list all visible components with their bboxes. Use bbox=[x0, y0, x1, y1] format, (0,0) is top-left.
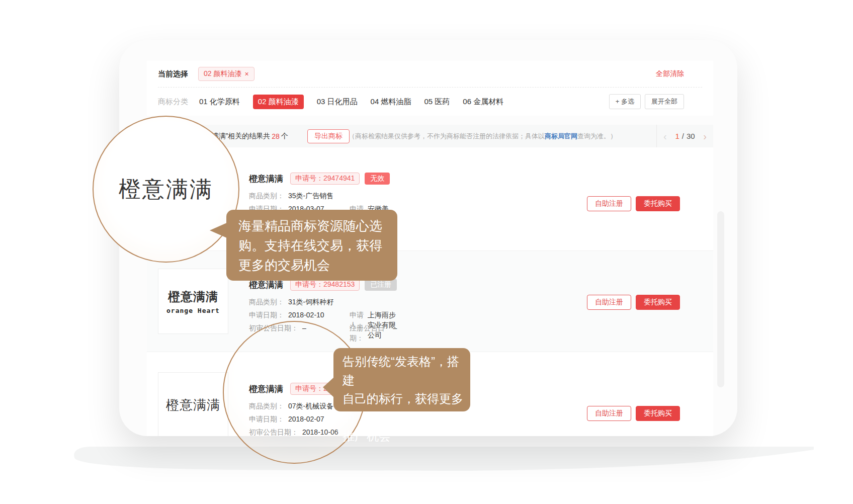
first-publication-value: 2018-10-06 bbox=[302, 427, 338, 436]
disclaimer-prefix: （商标检索结果仅供参考，不作为商标能否注册的法律依据；具体以 bbox=[349, 132, 545, 141]
category-item-02-selected[interactable]: 02 颜料油漆 bbox=[253, 95, 304, 109]
first-publication-label: 初审公告日期： bbox=[249, 323, 298, 333]
page: 当前选择 02 颜料油漆 × 全部清除 商标分类 01 化学原料 02 颜料油漆… bbox=[0, 0, 853, 504]
category-item-03[interactable]: 03 日化用品 bbox=[317, 97, 358, 107]
category-label: 商品类别： bbox=[249, 297, 284, 307]
category-row: 商标分类 01 化学原料 02 颜料油漆 03 日化用品 04 燃料油脂 05 … bbox=[147, 88, 713, 116]
scrollbar[interactable] bbox=[717, 211, 724, 387]
trademark-office-link[interactable]: 商标局官网 bbox=[545, 132, 577, 141]
export-trademarks-button[interactable]: 导出商标 bbox=[307, 129, 350, 143]
results-header: 检索到“橙意满满”相关的结果共 28 个 导出商标 （商标检索结果仅供参考，不作… bbox=[147, 125, 713, 147]
current-selection-row: 当前选择 02 颜料油漆 × 全部清除 bbox=[147, 61, 713, 87]
prev-page-icon[interactable]: ‹ bbox=[663, 131, 667, 141]
apply-date-value: 2018-02-07 bbox=[288, 414, 324, 424]
magnified-trademark-text: 橙意满满 bbox=[119, 175, 213, 204]
disclaimer-suffix: 查询为准。） bbox=[577, 132, 617, 141]
status-badge: 无效 bbox=[365, 173, 390, 185]
entrust-buy-button[interactable]: 委托购买 bbox=[636, 196, 680, 211]
trademark-name: 橙意满满 bbox=[249, 383, 283, 395]
summary-suffix: 个 bbox=[281, 132, 288, 141]
category-item-01[interactable]: 01 化学原料 bbox=[199, 97, 240, 107]
reg-publication-label: 注册公告日期： bbox=[350, 323, 389, 343]
expand-all-button[interactable]: 展开全部 bbox=[645, 94, 684, 109]
row-actions: 自助注册 委托购买 bbox=[587, 196, 680, 211]
category-item-06[interactable]: 06 金属材料 bbox=[463, 97, 503, 107]
total-pages: 30 bbox=[687, 132, 695, 140]
magnifier-circle-top: 橙意满满 bbox=[93, 116, 239, 263]
category-label: 商品类别： bbox=[249, 401, 284, 411]
laptop-base bbox=[70, 444, 825, 475]
remove-tag-icon[interactable]: × bbox=[244, 70, 248, 78]
thumbnail-text: 橙意满满 bbox=[166, 396, 220, 414]
apply-date-value: 2018-02-10 bbox=[288, 310, 324, 320]
filter-buttons: + 多选 展开全部 bbox=[609, 94, 684, 109]
self-register-button[interactable]: 自助注册 bbox=[587, 406, 631, 421]
tooltip-promotion: 告别传统“发表格”，搭建 自己的标行，获得更多的 推广机会 bbox=[333, 348, 470, 411]
selected-filter-tag[interactable]: 02 颜料油漆 × bbox=[198, 67, 254, 81]
current-page: 1 bbox=[675, 132, 679, 140]
page-indicator: 1 / 30 bbox=[675, 132, 695, 140]
first-publication-label: 初审公告日期： bbox=[249, 427, 298, 436]
multi-select-button[interactable]: + 多选 bbox=[609, 94, 641, 109]
summary-count: 28 bbox=[272, 132, 280, 140]
category-list: 01 化学原料 02 颜料油漆 03 日化用品 04 燃料油脂 05 医药 06… bbox=[199, 95, 503, 109]
category-value: 07类-机械设备 bbox=[288, 401, 333, 411]
clear-all-link[interactable]: 全部清除 bbox=[656, 69, 684, 78]
category-item-04[interactable]: 04 燃料油脂 bbox=[371, 97, 411, 107]
trademark-thumbnail[interactable]: 橙意满满 orange Heart bbox=[158, 269, 228, 334]
entrust-buy-button[interactable]: 委托购买 bbox=[636, 295, 680, 310]
entrust-buy-button[interactable]: 委托购买 bbox=[636, 406, 680, 421]
trademark-info: 橙意满满 申请号：29482153 已注册 商品类别： 31类-饲料种籽 申请日… bbox=[249, 279, 397, 333]
trademark-name: 橙意满满 bbox=[249, 173, 283, 185]
current-selection-label: 当前选择 bbox=[158, 69, 188, 79]
reg-publication-value: – bbox=[393, 323, 397, 343]
category-value: 35类-广告销售 bbox=[288, 191, 333, 201]
row-actions: 自助注册 委托购买 bbox=[587, 295, 680, 310]
trademark-thumbnail[interactable]: 橙意满满 bbox=[158, 372, 228, 436]
first-publication-value: – bbox=[302, 323, 306, 333]
category-row-label: 商标分类 bbox=[158, 97, 188, 107]
category-value: 31类-饲料种籽 bbox=[288, 297, 333, 307]
self-register-button[interactable]: 自助注册 bbox=[587, 295, 631, 310]
filter-card: 当前选择 02 颜料油漆 × 全部清除 商标分类 01 化学原料 02 颜料油漆… bbox=[147, 61, 713, 116]
category-label: 商品类别： bbox=[249, 191, 284, 201]
apply-date-label: 申请日期： bbox=[249, 310, 284, 320]
disclaimer: （商标检索结果仅供参考，不作为商标能否注册的法律依据；具体以商标局官网查询为准。… bbox=[349, 125, 617, 147]
category-item-05[interactable]: 05 医药 bbox=[424, 97, 450, 107]
next-page-icon[interactable]: › bbox=[703, 131, 707, 141]
application-number-tag: 申请号：29474941 bbox=[290, 173, 360, 185]
thumbnail-subtext: orange Heart bbox=[166, 307, 220, 314]
page-separator: / bbox=[682, 132, 684, 140]
thumbnail-text: 橙意满满 bbox=[168, 289, 218, 305]
tooltip-buy-resources: 海量精品商标资源随心选 购。支持在线交易，获得 更多的交易机会 bbox=[226, 210, 397, 281]
pagination: ‹ 1 / 30 › bbox=[656, 125, 713, 147]
self-register-button[interactable]: 自助注册 bbox=[587, 196, 631, 211]
apply-date-label: 申请日期： bbox=[249, 414, 284, 424]
selected-filter-tag-text: 02 颜料油漆 bbox=[204, 69, 241, 78]
row-actions: 自助注册 委托购买 bbox=[587, 406, 680, 421]
